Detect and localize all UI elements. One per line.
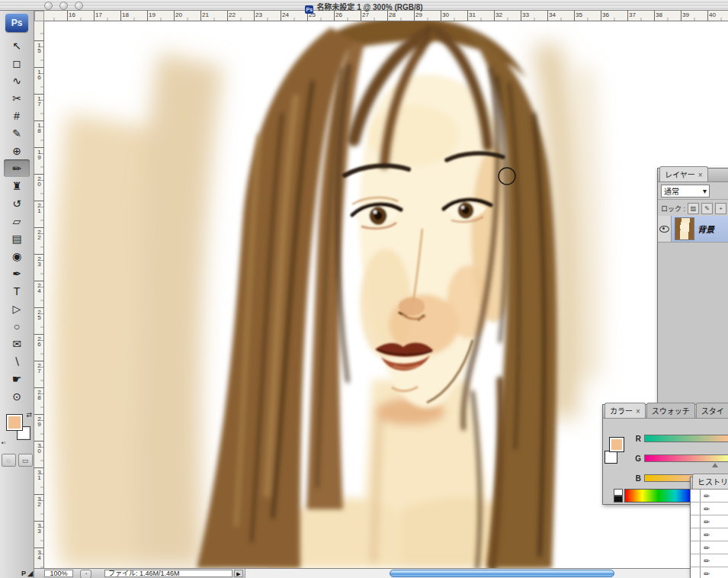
layer-thumbnail-image	[675, 218, 694, 239]
ruler-number: 20	[36, 175, 43, 186]
chevron-down-icon: ▾	[703, 187, 707, 195]
ruler-number: 16	[36, 69, 43, 79]
blend-mode-row: 通常 ▾	[658, 182, 728, 200]
healing-brush-tool[interactable]: ⊕	[4, 142, 30, 159]
ruler-number: 18	[36, 122, 43, 133]
zoom-tool[interactable]: ⊙	[4, 387, 30, 405]
layer-visibility-toggle[interactable]	[658, 216, 672, 242]
ruler-number: 21	[36, 202, 43, 213]
history-state-row[interactable]: ✏	[691, 567, 728, 578]
screen-mode-button[interactable]: ▭	[18, 454, 33, 467]
history-state-row[interactable]: ✏	[691, 528, 728, 541]
hand-tool[interactable]: ☛	[4, 370, 30, 387]
history-source-checkbox[interactable]	[691, 541, 701, 554]
tab-history[interactable]: ヒストリ	[692, 474, 728, 489]
gradient-tool[interactable]: ▤	[4, 230, 30, 247]
channel-label: R	[633, 435, 641, 443]
slider-marker-icon[interactable]	[712, 463, 718, 467]
brush-icon: ✏	[701, 567, 728, 578]
ruler-number: 27	[36, 362, 43, 373]
brush-icon: ✏	[701, 515, 728, 528]
channel-row-g: G	[633, 451, 728, 466]
type-tool[interactable]: T	[4, 282, 30, 300]
blur-tool[interactable]: ◉	[4, 247, 30, 265]
horizontal-scrollbar-thumb[interactable]	[390, 570, 614, 577]
lock-pixels-icon[interactable]: ✎	[701, 203, 713, 214]
crop-tool[interactable]: #	[4, 107, 30, 124]
swap-colors-icon[interactable]: ⇄	[26, 411, 32, 419]
channel-slider[interactable]	[644, 435, 728, 442]
blend-mode-select[interactable]: 通常 ▾	[661, 185, 710, 197]
horizontal-scrollbar-track[interactable]	[245, 569, 728, 578]
mask-mode-buttons: ◌▭	[0, 454, 34, 467]
foreground-color-swatch[interactable]	[609, 437, 624, 452]
path-selection-tool[interactable]: ▷	[4, 300, 30, 317]
history-source-checkbox[interactable]	[691, 503, 701, 515]
ramp-black-swatch[interactable]	[614, 496, 623, 503]
history-brush-tool[interactable]: ↺	[4, 194, 30, 212]
history-source-checkbox[interactable]	[691, 490, 701, 502]
lasso-tool[interactable]: ∿	[4, 72, 30, 89]
pen-tool[interactable]: ✒	[4, 265, 30, 282]
history-source-checkbox[interactable]	[691, 528, 701, 541]
history-source-checkbox[interactable]	[691, 567, 701, 578]
status-menu-arrow[interactable]: ▶	[234, 570, 243, 577]
history-source-checkbox[interactable]	[691, 554, 701, 567]
tab-swatches[interactable]: スウォッチ	[646, 403, 695, 418]
lock-label: ロック :	[661, 204, 685, 214]
quick-mask-button[interactable]: ◌	[2, 454, 16, 467]
tab-close-icon[interactable]: ×	[636, 407, 640, 416]
brush-icon: ✏	[701, 554, 728, 567]
background-color-swatch[interactable]	[605, 451, 617, 464]
tab-layers[interactable]: レイヤー×	[659, 166, 708, 181]
pencil-tool[interactable]: ✎	[4, 124, 30, 142]
move-tool[interactable]: ↖	[4, 37, 30, 54]
tool-list: ↖◻∿✂#✎⊕✏♜↺▱▤◉✒T▷○✉∖☛⊙	[0, 37, 34, 405]
ruler-number: 22	[36, 229, 43, 239]
history-state-row[interactable]: ✏	[691, 541, 728, 554]
ruler-number: 34	[36, 549, 43, 560]
layer-list: 背景	[658, 216, 728, 405]
layer-row[interactable]: 背景	[658, 216, 728, 242]
brush-icon: ✏	[701, 490, 728, 502]
toolbox-palette: Ps ↖◻∿✂#✎⊕✏♜↺▱▤◉✒T▷○✉∖☛⊙ ▪▫ ⇄ ◌▭ P ◢	[0, 11, 34, 578]
layer-thumbnail[interactable]	[675, 217, 694, 240]
history-state-row[interactable]: ✏	[691, 515, 728, 528]
document-title: 名称未設定 1 @ 300% (RGB/8)	[316, 3, 422, 11]
clone-stamp-tool[interactable]: ♜	[4, 177, 30, 194]
tab-close-icon[interactable]: ×	[698, 171, 703, 179]
history-state-row[interactable]: ✏	[691, 554, 728, 567]
default-colors-icon[interactable]: ▪▫	[2, 439, 6, 446]
channel-slider[interactable]	[644, 454, 728, 462]
brush-tool[interactable]: ✏	[4, 159, 30, 177]
photoshop-doc-icon: Ps	[305, 5, 313, 14]
status-bar: 100% ◔ ファイル: 1.46M/1.46M ▶	[34, 568, 728, 578]
ellipse-tool[interactable]: ○	[4, 317, 30, 335]
ruler-number: 19	[36, 149, 43, 159]
ruler-number: 17	[36, 95, 43, 106]
tab-styles[interactable]: スタイ	[696, 403, 728, 418]
marquee-tool[interactable]: ◻	[4, 54, 30, 72]
eraser-tool[interactable]: ▱	[4, 212, 30, 230]
status-icon[interactable]: ◔	[80, 570, 91, 578]
ruler-number: 29	[36, 416, 43, 426]
file-size-field: ファイル: 1.46M/1.46M	[104, 570, 233, 577]
history-source-checkbox[interactable]	[691, 515, 701, 528]
tab-color[interactable]: カラー×	[605, 403, 646, 418]
toolbox-resize-grip: P ◢	[21, 570, 33, 577]
eyedropper-tool[interactable]: ∖	[4, 352, 30, 370]
lock-row: ロック : ▨✎+	[658, 200, 728, 217]
lock-position-icon[interactable]: +	[715, 203, 726, 214]
window-title: Ps名称未設定 1 @ 300% (RGB/8)	[0, 1, 728, 14]
history-state-row[interactable]: ✏	[691, 503, 728, 515]
notes-tool[interactable]: ✉	[4, 335, 30, 352]
layer-name[interactable]: 背景	[698, 223, 714, 235]
foreground-color-swatch[interactable]	[6, 414, 23, 431]
slice-tool[interactable]: ✂	[4, 89, 30, 107]
lock-transparency-icon[interactable]: ▨	[688, 203, 699, 214]
ruler-number: 23	[36, 255, 43, 266]
ramp-white-swatch[interactable]	[614, 489, 623, 496]
history-state-row[interactable]: ✏	[691, 490, 728, 503]
ruler-number: 32	[36, 496, 43, 506]
zoom-level-field[interactable]: 100%	[44, 570, 73, 577]
